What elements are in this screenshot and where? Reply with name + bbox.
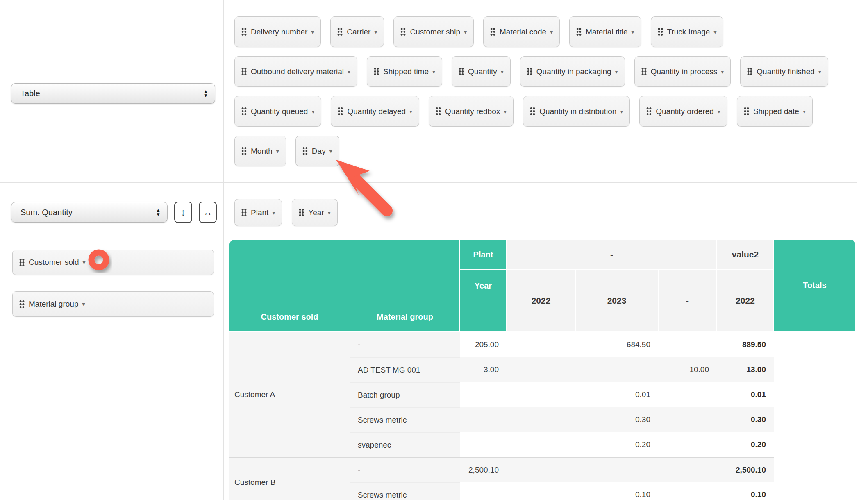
dropdown-caret-icon[interactable]: ▾ [311,108,314,115]
dropdown-caret-icon[interactable]: ▾ [329,148,332,155]
dropdown-caret-icon[interactable]: ▾ [272,209,275,216]
drag-grip-icon [530,107,535,116]
field-quantity-queued[interactable]: Quantity queued ▾ [234,96,321,127]
horizontal-arrow-icon: ↔ [203,207,213,218]
dropdown-caret-icon[interactable]: ▾ [718,108,720,115]
dropdown-caret-icon[interactable]: ▾ [82,301,85,307]
table-row: Customer A-205.00684.50889.50 [229,332,856,357]
field-material-title[interactable]: Material title ▾ [569,16,641,47]
field-quantity-in-distribution[interactable]: Quantity in distribution ▾ [523,96,630,127]
row-fields-area: Customer sold ▾ Material group ▾ [0,232,223,317]
value-cell: 0.01 [576,382,659,407]
row-total-cell: 13.00 [717,357,774,382]
row-fields-panel: Customer sold ▾ Material group ▾ [0,232,224,500]
field-truck-image[interactable]: Truck Image ▾ [651,16,724,47]
dropdown-caret-icon[interactable]: ▾ [276,148,279,155]
drag-grip-icon [337,27,343,36]
field-year[interactable]: Year ▾ [292,199,337,226]
dropdown-caret-icon[interactable]: ▾ [620,108,623,115]
field-day[interactable]: Day ▾ [295,136,339,166]
move-values-horizontal-button[interactable]: ↔ [199,202,217,223]
dropdown-caret-icon[interactable]: ▾ [348,68,350,75]
value-cell [507,457,576,482]
value-cell: 205.00 [460,332,507,357]
field-month[interactable]: Month ▾ [234,136,286,166]
value-cell [507,432,576,457]
dropdown-caret-icon[interactable]: ▾ [818,68,821,75]
value-cell: 0.10 [576,482,659,500]
field-shipped-time[interactable]: Shipped time ▾ [367,56,442,87]
material-group-row-label: - [350,332,460,357]
dropdown-caret-icon[interactable]: ▾ [713,29,716,35]
drag-grip-icon [338,107,343,116]
dropdown-caret-icon[interactable]: ▾ [432,68,435,75]
field-label: Quantity ordered [656,107,714,116]
dropdown-caret-icon[interactable]: ▾ [504,108,507,115]
value-cell: 2,500.10 [460,457,507,482]
renderer-select[interactable]: Table ▲▼ [11,83,215,104]
aggregator-select[interactable]: Sum: Quantity ▲▼ [11,202,168,223]
dropdown-caret-icon[interactable]: ▾ [328,209,331,216]
field-label: Month [251,147,273,156]
field-carrier[interactable]: Carrier ▾ [330,16,384,47]
dropdown-caret-icon[interactable]: ▾ [409,108,412,115]
dropdown-caret-icon[interactable]: ▾ [632,29,634,35]
field-outbound-delivery-material[interactable]: Outbound delivery material ▾ [234,56,357,87]
field-customer-ship[interactable]: Customer ship ▾ [393,16,474,47]
field-customer-sold[interactable]: Customer sold ▾ [12,250,214,275]
field-quantity-finished[interactable]: Quantity finished ▾ [740,56,828,87]
field-label: Material title [586,27,627,36]
material-group-row-label: Screws metric [350,482,460,500]
field-label: Customer sold [29,258,79,267]
value-cell [507,357,576,382]
dropdown-caret-icon[interactable]: ▾ [501,68,504,75]
value-cell [460,432,507,457]
select-arrows-icon: ▲▼ [156,208,161,216]
aggregator-select-value: Sum: Quantity [20,208,156,217]
customer-row-label: Customer B [229,457,350,500]
year-value-header: 2022 [507,270,576,332]
dropdown-caret-icon[interactable]: ▾ [83,259,86,266]
value-cell [659,382,717,407]
field-label: Quantity in distribution [539,107,616,116]
row-total-cell: 889.50 [717,332,774,357]
field-quantity-ordered[interactable]: Quantity ordered ▾ [639,96,727,127]
field-label: Shipped time [383,67,429,76]
field-label: Quantity delayed [347,107,406,116]
field-quantity-in-packaging[interactable]: Quantity in packaging ▾ [520,56,625,87]
dropdown-caret-icon[interactable]: ▾ [615,68,618,75]
aggregator-panel: Sum: Quantity ▲▼ ↕ ↔ [0,183,224,232]
dropdown-caret-icon[interactable]: ▾ [311,29,314,35]
dropdown-caret-icon[interactable]: ▾ [803,108,806,115]
field-quantity[interactable]: Quantity ▾ [452,56,511,87]
value-cell [460,407,507,432]
field-quantity-in-process[interactable]: Quantity in process ▾ [634,56,731,87]
dropdown-caret-icon[interactable]: ▾ [374,29,377,35]
row-total-cell: 0.20 [717,432,774,457]
field-delivery-number[interactable]: Delivery number ▾ [234,16,321,47]
customer-row-label: Customer A [229,332,350,457]
drag-grip-icon [576,27,582,36]
field-label: Quantity in packaging [536,67,611,76]
dropdown-caret-icon[interactable]: ▾ [464,29,467,35]
field-shipped-date[interactable]: Shipped date ▾ [737,96,813,127]
drag-grip-icon [490,27,495,36]
field-material-group[interactable]: Material group ▾ [12,291,214,317]
move-values-vertical-button[interactable]: ↕ [174,202,192,223]
unused-fields-area: Delivery number ▾ Carrier ▾ Customer shi… [224,0,857,166]
value-cell [576,357,659,382]
field-quantity-redbox[interactable]: Quantity redbox ▾ [429,96,514,127]
value-cell [659,457,717,482]
year-axis-label: Year [460,270,507,302]
dropdown-caret-icon[interactable]: ▾ [721,68,724,75]
field-quantity-delayed[interactable]: Quantity delayed ▾ [331,96,419,127]
year-value-header: 2023 [576,270,659,332]
field-label: Material code [500,27,546,36]
field-material-code[interactable]: Material code ▾ [483,16,560,47]
field-label: Quantity redbox [445,107,500,116]
field-label: Carrier [347,27,370,36]
field-label: Quantity in process [651,67,718,76]
field-plant[interactable]: Plant ▾ [234,199,282,226]
dropdown-caret-icon[interactable]: ▾ [550,29,553,35]
drag-grip-icon [241,67,247,76]
